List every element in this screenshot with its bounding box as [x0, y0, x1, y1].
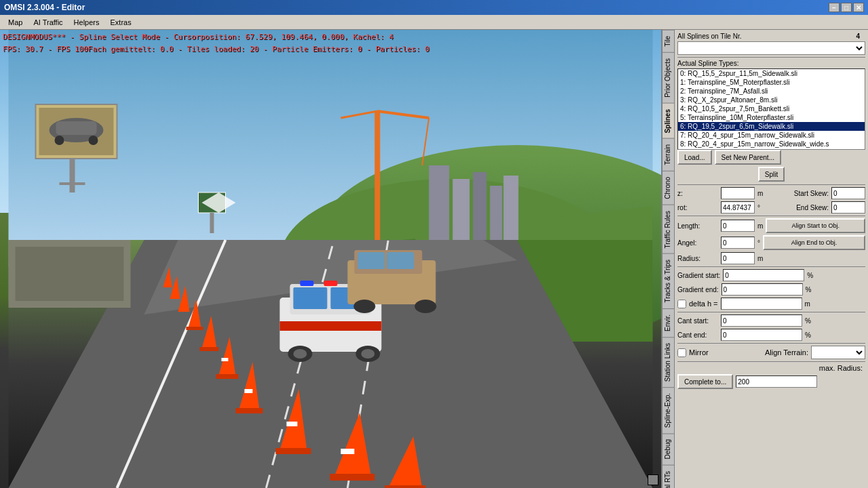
mirror-checkbox[interactable] [677, 348, 686, 357]
align-start-button[interactable]: Align Start to Obj. [766, 218, 865, 233]
delta-h-checkbox[interactable] [677, 300, 686, 308]
gradient-end-unit: % [806, 286, 812, 293]
spline-item-3[interactable]: 3: RQ_X_2spur_Altonaer_8m.sli [678, 96, 865, 104]
z-unit: m [757, 190, 763, 197]
svg-rect-70 [16, 247, 124, 301]
tab-prior-objects[interactable]: Prior Objects [663, 52, 674, 103]
radius-unit: m [757, 255, 763, 262]
right-panel: Tile Prior Objects Splines Terrain Chron… [661, 30, 868, 488]
cant-end-row: Cant end: % [677, 329, 865, 341]
viewport[interactable]: DESIGNMODUS*** - Spline Select Mode - Cu… [0, 30, 661, 488]
start-skew-input[interactable] [831, 187, 865, 199]
length-label: Length: [677, 222, 718, 230]
set-new-parent-button[interactable]: Set New Parent... [715, 150, 781, 165]
mirror-align-row: Mirror Align Terrain: [677, 346, 865, 359]
svg-rect-33 [216, 374, 239, 379]
tab-chrono[interactable]: Chrono [663, 171, 674, 205]
menu-extras[interactable]: Extras [105, 17, 137, 28]
menu-helpers[interactable]: Helpers [68, 17, 105, 28]
spline-item-0[interactable]: 0: RQ_15,5_2spur_11,5m_Sidewalk.sli [678, 69, 865, 78]
gradient-start-input[interactable] [723, 269, 804, 281]
minimize-button[interactable]: − [829, 3, 840, 12]
spline-dropdown[interactable] [677, 41, 865, 55]
svg-rect-49 [385, 485, 426, 488]
delta-h-input[interactable] [721, 298, 802, 310]
length-input[interactable] [721, 220, 755, 232]
maximize-button[interactable]: □ [841, 3, 852, 12]
svg-rect-12 [453, 179, 470, 240]
menu-bar: Map AI Traffic Helpers Extras [0, 15, 868, 30]
spline-item-4[interactable]: 4: RQ_10,5_2spur_7,5m_Bankett.sli [678, 104, 865, 113]
window-controls[interactable]: − □ ✕ [829, 3, 864, 12]
spline-item-7[interactable]: 7: RQ_20_4_spur_15m_narrow_Sidewalk.sli [678, 131, 865, 140]
tab-envir[interactable]: Envir. [663, 308, 674, 337]
z-startskew-row: z: m Start Skew: [677, 187, 865, 199]
cant-end-input[interactable] [721, 329, 802, 341]
tab-spline-exp[interactable]: Spline-Exp. [663, 387, 674, 433]
tab-terrain[interactable]: Terrain [663, 138, 674, 171]
cant-start-row: Cant start: % [677, 314, 865, 327]
max-radius-label: max. Radius: [677, 364, 863, 372]
max-radius-input[interactable] [736, 375, 817, 388]
load-button[interactable]: Load... [677, 150, 712, 165]
tile-nr-row: All Splines on Tile Nr. 4 [677, 33, 865, 40]
panel-content: All Splines on Tile Nr. 4 Actual Spline … [675, 30, 868, 488]
angel-row: Angel: ° Align End to Obj. [677, 235, 865, 250]
align-terrain-dropdown[interactable] [811, 346, 865, 359]
tab-traffic-rules[interactable]: Traffic Rules [663, 205, 674, 254]
scene-svg [0, 30, 661, 488]
angel-label: Angel: [677, 239, 718, 247]
tab-tile[interactable]: Tile [663, 30, 674, 52]
tab-splines[interactable]: Splines [663, 103, 674, 139]
svg-point-66 [354, 300, 376, 313]
spline-item-5[interactable]: 5: Terrainspline_10M_Roterpflaster.sli [678, 113, 865, 122]
radius-input[interactable] [721, 252, 755, 264]
z-input[interactable] [721, 187, 755, 199]
gradient-end-input[interactable] [722, 283, 803, 296]
angel-unit: ° [757, 239, 760, 247]
complete-to-button[interactable]: Complete to... [677, 374, 733, 389]
spline-item-8[interactable]: 8: RQ_20_4_spur_15m_narrow_Sidewalk_wide… [678, 140, 865, 148]
spline-list[interactable]: 0: RQ_15,5_2spur_11,5m_Sidewalk.sli 1: T… [677, 68, 865, 150]
align-end-button[interactable]: Align End to Obj. [763, 235, 865, 250]
split-button[interactable]: Split [758, 167, 785, 182]
svg-point-58 [294, 349, 307, 359]
rot-input[interactable] [721, 201, 755, 214]
all-splines-label: All Splines on Tile Nr. [677, 33, 742, 40]
tab-debug[interactable]: Debug [663, 433, 674, 464]
svg-point-59 [361, 349, 375, 359]
radius-label: Radius: [677, 255, 718, 262]
svg-rect-11 [429, 165, 450, 240]
close-button[interactable]: ✕ [853, 3, 864, 12]
spline-item-6[interactable]: 6: RQ_19,5_2spur_6,5m_Sidewalk.sli [678, 122, 865, 131]
spline-item-2[interactable]: 2: Terrainspline_7M_Asfall.sli [678, 87, 865, 96]
svg-point-67 [415, 300, 437, 313]
cant-start-label: Cant start: [677, 317, 718, 325]
menu-map[interactable]: Map [3, 17, 28, 28]
svg-rect-36 [200, 347, 219, 351]
gradient-end-label: Gradient end: [677, 286, 719, 293]
svg-rect-60 [300, 281, 314, 286]
delta-h-label: delta h = [689, 300, 718, 308]
rot-unit: ° [757, 204, 760, 211]
spline-item-1[interactable]: 1: Terrainspline_5M_Roterpflaster.sli [678, 78, 865, 87]
tab-signal-rts[interactable]: Signal RTs [663, 465, 674, 488]
svg-rect-15 [504, 176, 519, 240]
length-unit: m [757, 222, 763, 230]
align-terrain-label: Align Terrain: [765, 348, 808, 357]
svg-rect-24 [56, 121, 97, 135]
menu-ai-traffic[interactable]: AI Traffic [28, 17, 68, 28]
tabs-sidebar: Tile Prior Objects Splines Terrain Chron… [663, 30, 675, 488]
angel-input[interactable] [721, 237, 755, 249]
tab-station-links[interactable]: Station Links [663, 337, 674, 387]
end-skew-input[interactable] [831, 201, 865, 214]
svg-rect-14 [490, 186, 502, 240]
delta-h-unit: m [805, 300, 810, 308]
svg-rect-46 [330, 474, 375, 481]
svg-point-25 [55, 136, 64, 145]
length-row: Length: m Align Start to Obj. [677, 218, 865, 233]
cant-start-input[interactable] [721, 314, 802, 327]
tab-tracks-trips[interactable]: Tracks & Trips [663, 253, 674, 308]
svg-rect-13 [473, 172, 487, 240]
gradient-start-label: Gradient start: [677, 272, 720, 279]
